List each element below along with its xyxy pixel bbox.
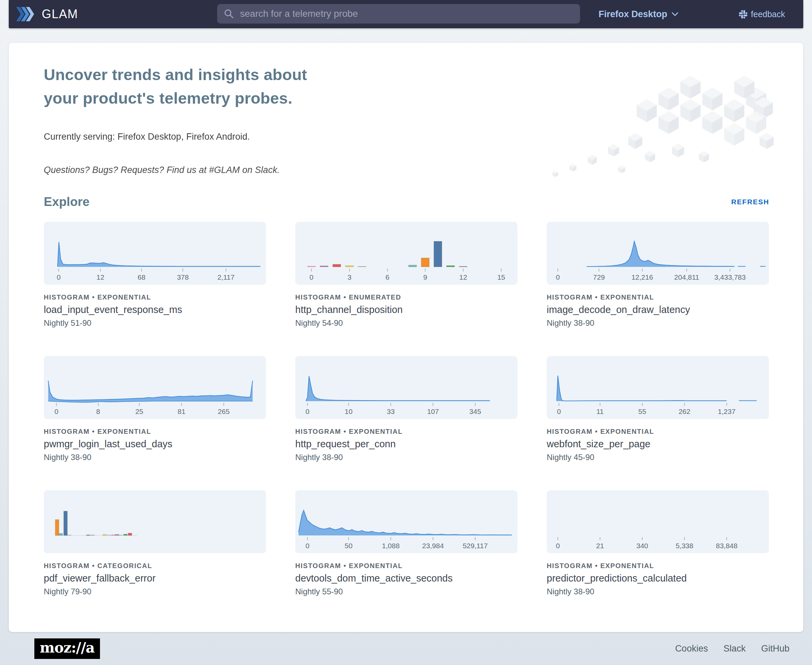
svg-text:340: 340 bbox=[636, 542, 648, 550]
svg-text:0: 0 bbox=[305, 408, 309, 415]
probe-card[interactable]: 03691215HISTOGRAM • ENUMERATEDhttp_chann… bbox=[295, 222, 517, 328]
probe-chart-panel: 0213405,33883,848 bbox=[547, 490, 769, 553]
footer-link-slack[interactable]: Slack bbox=[723, 644, 746, 654]
contact-text: Questions? Bugs? Requests? Find us at #G… bbox=[44, 165, 769, 175]
search-box[interactable] bbox=[217, 4, 580, 23]
svg-text:0: 0 bbox=[54, 408, 59, 415]
chevron-down-icon bbox=[672, 12, 678, 16]
explore-heading: Explore bbox=[44, 195, 90, 209]
svg-text:0: 0 bbox=[305, 542, 309, 550]
probe-name-link[interactable]: pwmgr_login_last_used_days bbox=[44, 439, 266, 450]
probe-chart: 072912,216204,8113,433,783 bbox=[547, 222, 769, 285]
page-title-line1: Uncover trends and insights about bbox=[44, 66, 307, 84]
svg-text:23,984: 23,984 bbox=[422, 542, 444, 550]
probe-channel: Nightly 54-90 bbox=[295, 318, 517, 328]
probe-channel: Nightly 79-90 bbox=[44, 587, 266, 596]
probe-meta: HISTOGRAM • EXPONENTIAL bbox=[44, 293, 266, 301]
probe-name-link[interactable]: pdf_viewer_fallback_error bbox=[44, 573, 266, 584]
feedback-link[interactable]: feedback bbox=[739, 0, 785, 28]
probe-chart bbox=[44, 490, 266, 553]
svg-text:1,237: 1,237 bbox=[718, 408, 736, 415]
probe-chart: 0501,08823,984529,117 bbox=[295, 490, 517, 553]
svg-text:204,811: 204,811 bbox=[674, 273, 699, 281]
probe-card[interactable]: 0213405,33883,848HISTOGRAM • EXPONENTIAL… bbox=[547, 490, 769, 596]
probe-channel: Nightly 45-90 bbox=[547, 453, 769, 462]
probe-grid: 012683782,117HISTOGRAM • EXPONENTIALload… bbox=[44, 222, 769, 596]
svg-text:81: 81 bbox=[178, 408, 185, 415]
probe-chart: 012683782,117 bbox=[44, 222, 266, 285]
svg-text:5,338: 5,338 bbox=[676, 542, 694, 550]
probe-chart: 01033107345 bbox=[295, 356, 517, 419]
svg-text:2,117: 2,117 bbox=[218, 273, 235, 281]
probe-name-link[interactable]: http_request_per_conn bbox=[295, 439, 517, 450]
probe-name-link[interactable]: predictor_predictions_calculated bbox=[547, 573, 769, 584]
probe-chart-panel bbox=[44, 490, 266, 553]
probe-chart: 03691215 bbox=[295, 222, 517, 285]
probe-chart-panel: 0501,08823,984529,117 bbox=[295, 490, 517, 553]
page-title: Uncover trends and insights aboutyour pr… bbox=[44, 63, 769, 110]
probe-channel: Nightly 51-90 bbox=[44, 318, 266, 328]
probe-meta: HISTOGRAM • CATEGORICAL bbox=[44, 562, 266, 570]
main-card: Uncover trends and insights aboutyour pr… bbox=[9, 43, 803, 632]
product-picker-label: Firefox Desktop bbox=[599, 9, 667, 20]
probe-name-link[interactable]: image_decode_on_draw_latency bbox=[547, 304, 769, 315]
search-icon bbox=[224, 9, 234, 19]
mozilla-logo[interactable]: moz://a bbox=[34, 639, 100, 659]
svg-text:0: 0 bbox=[309, 273, 313, 281]
svg-text:21: 21 bbox=[596, 542, 604, 550]
probe-name-link[interactable]: http_channel_disposition bbox=[295, 304, 517, 315]
probe-card[interactable]: HISTOGRAM • CATEGORICALpdf_viewer_fallba… bbox=[44, 490, 266, 596]
product-picker[interactable]: Firefox Desktop bbox=[599, 0, 678, 28]
svg-text:0: 0 bbox=[556, 542, 560, 550]
probe-channel: Nightly 55-90 bbox=[295, 587, 517, 596]
probe-channel: Nightly 38-90 bbox=[295, 453, 517, 462]
probe-card[interactable]: 011552621,237HISTOGRAM • EXPONENTIALwebf… bbox=[547, 356, 769, 462]
probe-card[interactable]: 082581265HISTOGRAM • EXPONENTIALpwmgr_lo… bbox=[44, 356, 266, 462]
svg-text:8: 8 bbox=[96, 408, 100, 415]
footer-link-cookies[interactable]: Cookies bbox=[675, 644, 708, 654]
refresh-button[interactable]: REFRESH bbox=[731, 198, 769, 206]
svg-text:0: 0 bbox=[57, 273, 61, 281]
svg-text:9: 9 bbox=[423, 273, 427, 281]
footer-link-github[interactable]: GitHub bbox=[761, 644, 789, 654]
top-navbar: GLAM Firefox Desktop feedback bbox=[9, 0, 803, 28]
probe-chart: 011552621,237 bbox=[547, 356, 769, 419]
svg-text:33: 33 bbox=[387, 408, 395, 415]
svg-text:729: 729 bbox=[593, 273, 605, 281]
probe-card[interactable]: 0501,08823,984529,117HISTOGRAM • EXPONEN… bbox=[295, 490, 517, 596]
probe-chart-panel: 01033107345 bbox=[295, 356, 517, 419]
probe-name-link[interactable]: devtools_dom_time_active_seconds bbox=[295, 573, 517, 584]
probe-channel: Nightly 38-90 bbox=[547, 587, 769, 596]
probe-channel: Nightly 38-90 bbox=[44, 453, 266, 462]
svg-text:12: 12 bbox=[97, 273, 104, 281]
probe-chart-panel: 072912,216204,8113,433,783 bbox=[547, 222, 769, 285]
probe-card[interactable]: 072912,216204,8113,433,783HISTOGRAM • EX… bbox=[547, 222, 769, 328]
probe-meta: HISTOGRAM • EXPONENTIAL bbox=[295, 562, 517, 570]
probe-card[interactable]: 01033107345HISTOGRAM • EXPONENTIALhttp_r… bbox=[295, 356, 517, 462]
serving-text: Currently serving: Firefox Desktop, Fire… bbox=[44, 132, 769, 142]
probe-chart-panel: 012683782,117 bbox=[44, 222, 266, 285]
probe-meta: HISTOGRAM • EXPONENTIAL bbox=[547, 562, 769, 570]
svg-text:68: 68 bbox=[138, 273, 146, 281]
svg-text:265: 265 bbox=[218, 408, 230, 415]
svg-text:0: 0 bbox=[557, 408, 561, 415]
feedback-label: feedback bbox=[751, 10, 785, 19]
probe-meta: HISTOGRAM • EXPONENTIAL bbox=[295, 428, 517, 436]
probe-meta: HISTOGRAM • ENUMERATED bbox=[295, 293, 517, 301]
svg-text:50: 50 bbox=[345, 542, 353, 550]
probe-chart-panel: 082581265 bbox=[44, 356, 266, 419]
svg-text:3,433,783: 3,433,783 bbox=[714, 273, 746, 281]
brand-name: GLAM bbox=[42, 7, 78, 21]
probe-name-link[interactable]: load_input_event_response_ms bbox=[44, 304, 266, 315]
svg-text:6: 6 bbox=[385, 273, 389, 281]
probe-name-link[interactable]: webfont_size_per_page bbox=[547, 439, 769, 450]
search-input[interactable] bbox=[239, 8, 573, 20]
svg-text:15: 15 bbox=[497, 273, 505, 281]
slack-icon bbox=[739, 10, 747, 18]
svg-text:345: 345 bbox=[469, 408, 481, 415]
probe-card[interactable]: 012683782,117HISTOGRAM • EXPONENTIALload… bbox=[44, 222, 266, 328]
footer-links: CookiesSlackGitHub bbox=[675, 644, 789, 654]
svg-text:11: 11 bbox=[596, 408, 604, 415]
svg-text:378: 378 bbox=[177, 273, 189, 281]
glam-logo[interactable]: GLAM bbox=[16, 0, 78, 28]
